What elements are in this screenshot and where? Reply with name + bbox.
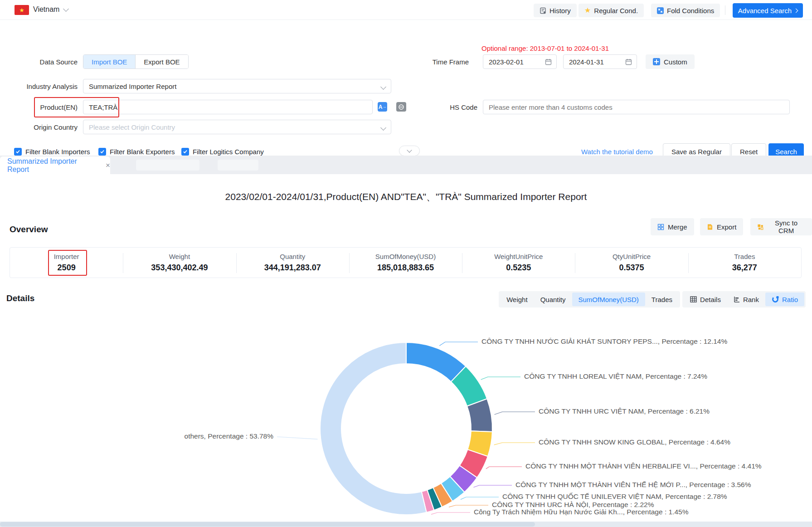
export-boe-tab[interactable]: Export BOE — [135, 55, 188, 68]
industry-analysis-select[interactable]: Summarized Importer Report — [83, 79, 391, 93]
stat-value: 344,191,283.07 — [264, 263, 321, 273]
tab-summarized-importer-report[interactable]: Summarized Importer Report × — [0, 156, 110, 174]
checkbox-label: Filter Blank Importers — [25, 148, 90, 156]
merge-label: Merge — [668, 223, 687, 231]
hs-code-input[interactable] — [489, 103, 784, 111]
sync-to-crm-button[interactable]: Sync to CRM — [750, 218, 812, 235]
stat-label: QtyUnitPrice — [613, 253, 651, 260]
merge-button[interactable]: Merge — [651, 218, 694, 235]
pie-label: Công Ty Trách Nhiệm Hữu Hạn Nước Giải Kh… — [474, 508, 689, 516]
stat-label: WeightUnitPrice — [494, 253, 543, 260]
time-frame-label: Time Frame — [401, 58, 469, 66]
stat-value: 36,277 — [732, 263, 757, 273]
result-tab-strip: Summarized Importer Report × — [0, 156, 812, 174]
stat-value: 0.5235 — [506, 263, 531, 273]
pie-label: CÔNG TY TNHH SNOW KING GLOBAL, Percentag… — [539, 438, 730, 446]
pie-label-line — [431, 512, 470, 514]
stat-qty-unit-price: QtyUnitPrice0.5375 — [575, 248, 688, 278]
chevron-down-icon[interactable] — [63, 6, 69, 12]
data-source-label: Data Source — [10, 58, 78, 66]
advanced-search-button[interactable]: Advanced Search — [733, 3, 803, 18]
stat-weight-unit-price: WeightUnitPrice0.5235 — [462, 248, 575, 278]
stat-label: Weight — [169, 253, 190, 260]
chevron-down-icon — [380, 84, 386, 90]
stat-label: SumOfMoney(USD) — [375, 253, 436, 260]
pie-label: CÔNG TY TNHH URC VIỆT NAM, Percentage : … — [539, 407, 710, 415]
fuzzy-match-icon[interactable] — [396, 102, 406, 112]
date-from-input[interactable]: 2023-02-01 — [483, 54, 557, 69]
stat-label: Importer — [54, 253, 79, 260]
export-label: Export — [717, 223, 736, 231]
checkbox-checked-icon — [14, 148, 22, 156]
filter-form: Data Source Import BOE Export BOE Option… — [0, 20, 812, 156]
view-tabs: Details Rank Ratio — [682, 291, 806, 307]
stat-value: 2509 — [58, 263, 76, 273]
expand-conditions-button[interactable] — [399, 146, 420, 156]
overview-stats-card: Importer2509 Weight353,430,402.49 Quanti… — [10, 247, 802, 278]
ratio-chart-area: CÔNG TY TNHH NƯỚC GIẢI KHÁT SUNTORY PEPS… — [0, 317, 812, 527]
fold-conditions-button[interactable]: Fold Conditions — [651, 4, 720, 17]
stat-label: Quantity — [280, 253, 305, 260]
pie-label-line — [486, 467, 522, 469]
merge-icon — [657, 224, 664, 230]
regular-cond-button[interactable]: ★ Regular Cond. — [579, 4, 644, 17]
checkbox-checked-icon — [98, 148, 106, 156]
regular-cond-label: Regular Cond. — [594, 7, 638, 15]
chevron-down-icon — [380, 125, 386, 131]
topbar-divider — [725, 5, 725, 15]
date-to-input[interactable]: 2024-01-31 — [563, 54, 637, 69]
close-icon[interactable]: × — [106, 161, 110, 169]
calendar-icon[interactable] — [545, 59, 552, 65]
tutorial-demo-link[interactable]: Watch the tutorial demo — [581, 148, 653, 156]
hs-code-label: HS Code — [409, 103, 477, 111]
origin-country-select[interactable]: Please select Origin Country — [83, 120, 391, 134]
pie-label-line — [277, 437, 317, 439]
pie-label-line — [494, 443, 535, 445]
pie-label: CÔNG TY TNHH URC HÀ NỘI, Percentage : 2.… — [492, 501, 654, 508]
tab-title: Summarized Importer Report — [7, 157, 100, 174]
calendar-icon[interactable] — [625, 59, 632, 65]
app-root: ★ Vietnam History ★ Regular Cond. Fold C… — [0, 0, 812, 527]
chevron-right-icon — [794, 8, 798, 13]
pie-label: CÔNG TY TNHH MỘT THÀNH VIÊN THẾ HỆ MỚI P… — [515, 481, 751, 488]
custom-label: Custom — [664, 58, 687, 66]
view-tab-details[interactable]: Details — [684, 293, 727, 306]
translate-icon[interactable]: A↔ — [378, 102, 387, 112]
pie-segment-10[interactable] — [320, 342, 427, 515]
advanced-search-label: Advanced Search — [738, 7, 792, 15]
horizontal-scrollbar-thumb[interactable] — [0, 522, 535, 527]
import-boe-tab[interactable]: Import BOE — [83, 55, 135, 68]
view-tab-rank[interactable]: Rank — [727, 293, 765, 306]
metric-tabs: Weight Quantity SumOfMoney(USD) Trades — [499, 291, 680, 307]
custom-range-button[interactable]: Custom — [646, 54, 695, 69]
metric-tab-trades[interactable]: Trades — [645, 293, 679, 306]
checkbox-label: Filter Blank Exporters — [110, 148, 175, 156]
metric-tab-weight[interactable]: Weight — [500, 293, 534, 306]
data-source-toggle: Import BOE Export BOE — [83, 54, 189, 69]
optional-range-hint: Optional range: 2013-07-01 to 2024-01-31 — [481, 44, 609, 52]
metric-tab-sum-of-money[interactable]: SumOfMoney(USD) — [572, 293, 645, 306]
view-tab-ratio[interactable]: Ratio — [765, 293, 804, 306]
pie-label: CÔNG TY TNHH QUỐC TẾ UNILEVER VIỆT NAM, … — [502, 493, 727, 500]
sync-icon — [757, 224, 763, 230]
metric-tab-quantity[interactable]: Quantity — [534, 293, 572, 306]
date-to-value: 2024-01-31 — [569, 58, 604, 66]
stat-value: 353,430,402.49 — [151, 263, 208, 273]
product-en-input[interactable] — [89, 103, 367, 111]
filter-logitics-company-checkbox[interactable]: Filter Logitics Company — [181, 148, 264, 156]
stat-quantity: Quantity344,191,283.07 — [236, 248, 349, 278]
sync-to-crm-label: Sync to CRM — [767, 219, 805, 234]
filter-blank-exporters-checkbox[interactable]: Filter Blank Exporters — [98, 148, 175, 156]
stat-value: 0.5375 — [619, 263, 644, 273]
report-title: 2023/02/01-2024/01/31,Product(EN) AND"TE… — [0, 190, 812, 203]
stat-sum-of-money: SumOfMoney(USD)185,018,883.65 — [349, 248, 462, 278]
history-button[interactable]: History — [534, 4, 577, 17]
pie-label-line — [481, 377, 520, 380]
export-button[interactable]: Export — [700, 218, 743, 235]
history-label: History — [549, 7, 571, 15]
hs-code-input-wrap — [483, 100, 790, 114]
pie-label: CÔNG TY TNHH MỘT THÀNH VIÊN HERBALIFE VI… — [525, 462, 762, 470]
filter-blank-importers-checkbox[interactable]: Filter Blank Importers — [14, 148, 90, 156]
country-selector[interactable]: Vietnam — [33, 5, 59, 14]
stat-weight: Weight353,430,402.49 — [123, 248, 236, 278]
